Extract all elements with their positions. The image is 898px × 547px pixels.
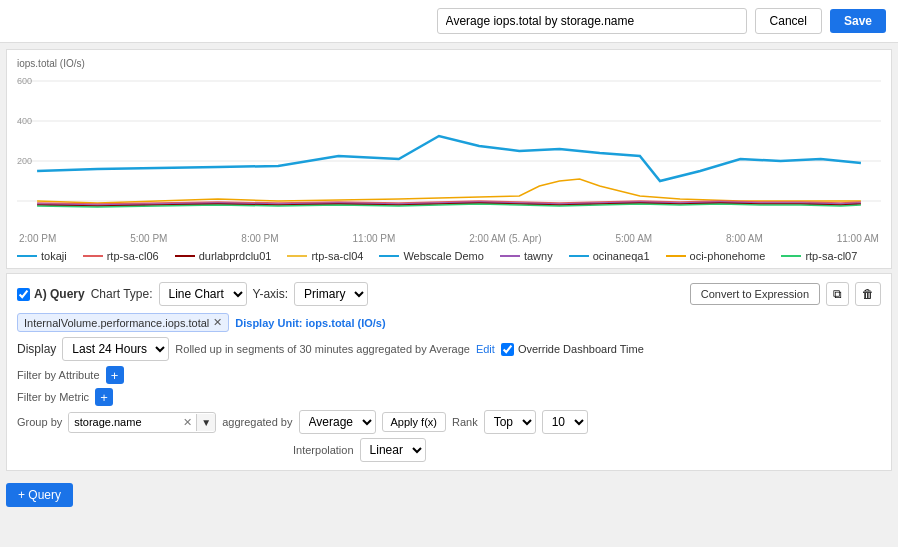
add-filter-attribute-button[interactable]: + [106,366,124,384]
svg-text:400: 400 [17,116,32,126]
apply-fn-button[interactable]: Apply f(x) [382,412,446,432]
legend-item: Webscale Demo [379,250,484,262]
legend-item: durlabprdclu01 [175,250,272,262]
query-checkbox-label[interactable]: A) Query [17,287,85,301]
group-by-label: Group by [17,416,62,428]
rank-number-select[interactable]: 10 [542,410,588,434]
chart-type-select-wrap: Line Chart [159,282,247,306]
top-bar: Cancel Save [0,0,898,43]
add-filter-metric-button[interactable]: + [95,388,113,406]
x-label: 11:00 PM [353,233,396,244]
query-row-1: A) Query Chart Type: Line Chart Y-axis: … [17,282,881,306]
x-label: 11:00 AM [837,233,879,244]
chart-svg: 600 400 200 [17,71,881,231]
time-range-select[interactable]: Last 24 Hours [62,337,169,361]
svg-text:200: 200 [17,156,32,166]
interpolation-row: Interpolation Linear [17,438,881,462]
y-axis-select[interactable]: Primary [294,282,368,306]
override-checkbox[interactable] [501,343,514,356]
display-unit-label[interactable]: Display Unit: iops.total (IO/s) [235,317,385,329]
metric-tag: InternalVolume.performance.iops.total ✕ [17,313,229,332]
legend-item: rtp-sa-cl06 [83,250,159,262]
rank-value-select[interactable]: Top [484,410,536,434]
interp-label: Interpolation [293,444,354,456]
y-axis-select-wrap: Primary [294,282,368,306]
edit-link[interactable]: Edit [476,343,495,355]
add-query-button[interactable]: + Query [6,483,73,507]
legend-item: tokaji [17,250,67,262]
rank-label: Rank [452,416,478,428]
group-by-input[interactable] [69,413,179,431]
cancel-button[interactable]: Cancel [755,8,822,34]
title-input[interactable] [437,8,747,34]
group-by-clear-button[interactable]: ✕ [179,413,196,432]
group-by-dropdown-button[interactable]: ▼ [196,414,215,431]
delete-icon-button[interactable]: 🗑 [855,282,881,306]
x-label: 5:00 PM [130,233,167,244]
chart-type-label: Chart Type: [91,287,153,301]
display-label: Display [17,342,56,356]
query-checkbox[interactable] [17,288,30,301]
interp-select[interactable]: Linear [360,438,426,462]
chart-y-label: iops.total (IO/s) [17,58,881,69]
chart-type-select[interactable]: Line Chart [159,282,247,306]
legend-item: rtp-sa-cl07 [781,250,857,262]
group-by-input-wrap: ✕ ▼ [68,412,216,433]
chart-x-labels: 2:00 PM 5:00 PM 8:00 PM 11:00 PM 2:00 AM… [17,233,881,244]
legend-item: tawny [500,250,553,262]
svg-text:600: 600 [17,76,32,86]
filter-metric-label: Filter by Metric [17,391,89,403]
override-text: Override Dashboard Time [518,343,644,355]
chart-section: iops.total (IO/s) 600 400 200 2:0 [6,49,892,269]
legend-item: rtp-sa-cl04 [287,250,363,262]
rolled-text: Rolled up in segments of 30 minutes aggr… [175,343,470,355]
aggregated-by-select[interactable]: Average [299,410,376,434]
x-label: 2:00 PM [19,233,56,244]
chart-legend: tokaji rtp-sa-cl06 durlabprdclu01 rtp-sa… [17,250,881,262]
aggregated-by-label: aggregated by [222,416,292,428]
x-label: 8:00 AM [726,233,763,244]
override-label[interactable]: Override Dashboard Time [501,343,644,356]
save-button[interactable]: Save [830,9,886,33]
copy-icon-button[interactable]: ⧉ [826,282,849,306]
query-section: A) Query Chart Type: Line Chart Y-axis: … [6,273,892,471]
y-axis-label: Y-axis: [253,287,289,301]
filter-metric-row: Filter by Metric + [17,388,881,406]
x-label: 2:00 AM (5. Apr) [469,233,541,244]
group-by-row: Group by ✕ ▼ aggregated by Average Apply… [17,410,881,434]
x-label: 5:00 AM [615,233,652,244]
query-row-2: InternalVolume.performance.iops.total ✕ … [17,313,881,332]
chart-area: 600 400 200 [17,71,881,231]
convert-expression-button[interactable]: Convert to Expression [690,283,820,305]
filter-attribute-row: Filter by Attribute + [17,366,881,384]
legend-item: ocinaneqa1 [569,250,650,262]
legend-item: oci-phonehome [666,250,766,262]
filter-attribute-label: Filter by Attribute [17,369,100,381]
metric-remove-button[interactable]: ✕ [213,316,222,329]
query-row-3: Display Last 24 Hours Rolled up in segme… [17,337,881,361]
x-label: 8:00 PM [241,233,278,244]
query-a-label: A) Query [34,287,85,301]
metric-tag-text: InternalVolume.performance.iops.total [24,317,209,329]
